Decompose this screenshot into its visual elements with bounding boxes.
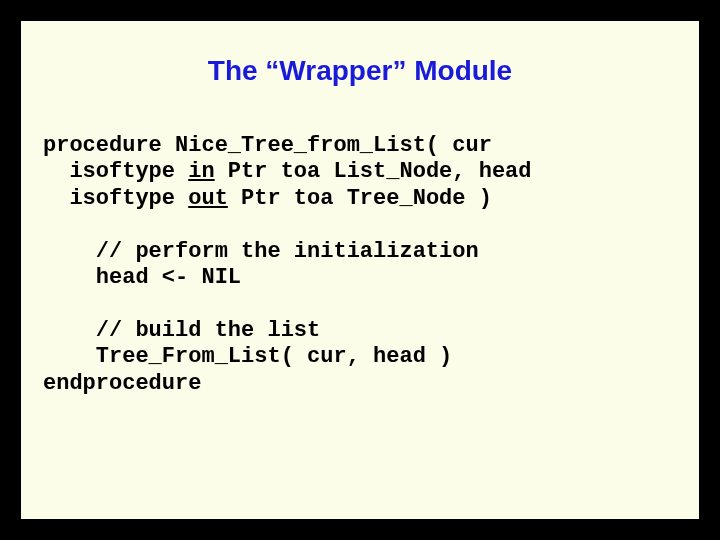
- code-line-4: // perform the initialization: [43, 239, 479, 264]
- code-line-8: endprocedure: [43, 371, 201, 396]
- code-line-5: head <- NIL: [43, 265, 241, 290]
- slide-content: The “Wrapper” Module procedure Nice_Tree…: [18, 18, 702, 522]
- code-line-3c: Ptr toa Tree_Node ): [228, 186, 492, 211]
- code-line-2a: isoftype: [43, 159, 188, 184]
- code-line-1: procedure Nice_Tree_from_List( cur: [43, 133, 492, 158]
- code-line-2c: Ptr toa List_Node, head: [215, 159, 532, 184]
- slide-frame: The “Wrapper” Module procedure Nice_Tree…: [0, 0, 720, 540]
- code-line-3a: isoftype: [43, 186, 188, 211]
- slide-title: The “Wrapper” Module: [43, 55, 677, 87]
- code-line-7: Tree_From_List( cur, head ): [43, 344, 452, 369]
- code-line-6: // build the list: [43, 318, 320, 343]
- keyword-out: out: [188, 186, 228, 211]
- keyword-in: in: [188, 159, 214, 184]
- code-block: procedure Nice_Tree_from_List( cur isoft…: [43, 133, 677, 397]
